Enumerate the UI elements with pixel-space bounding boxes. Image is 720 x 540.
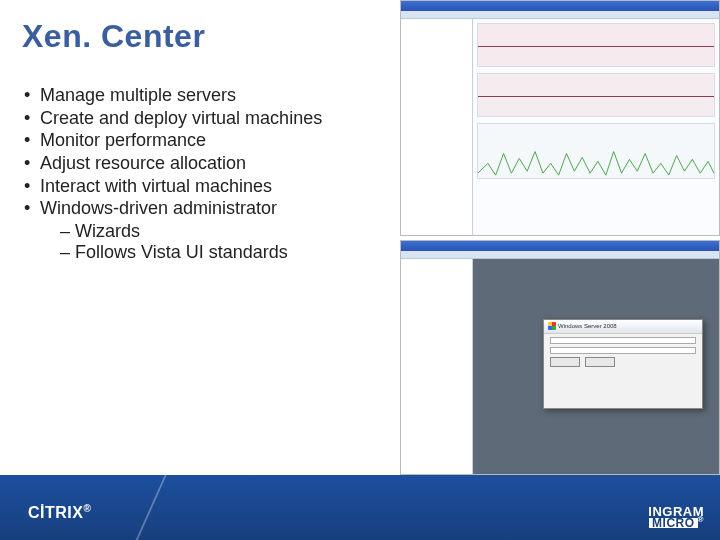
window-titlebar [401,241,719,251]
network-chart [477,123,715,179]
bullet-item: Manage multiple servers [22,85,372,106]
ingram-micro-logo: INGRAM MICRO® [648,506,704,528]
tree-sidebar [401,259,473,475]
dialog-body [544,334,702,371]
window-titlebar [401,1,719,11]
screenshot-column: Windows Server 2008 [400,0,720,475]
console-panel: Windows Server 2008 [473,259,719,475]
screenshot-performance [400,0,720,236]
dialog-field [550,347,696,354]
cpu-chart [477,23,715,67]
tree-sidebar [401,19,473,235]
footer-divider [134,473,167,540]
citrix-logo-text: CİTRIX [28,504,83,521]
tree-view [401,259,472,268]
window-toolbar [401,251,719,259]
trademark-icon: ® [698,515,704,524]
charts-panel [473,19,719,235]
ingram-logo-bottom: MICRO [649,518,698,528]
citrix-logo: CİTRIX® [28,503,91,522]
windows-flag-icon [548,322,556,330]
bullet-item: Windows-driven administrator [22,198,372,219]
sub-bullet-item: Wizards [60,221,372,242]
memory-chart [477,73,715,117]
window-toolbar [401,11,719,19]
bullet-item: Monitor performance [22,130,372,151]
dialog-title-text: Windows Server 2008 [558,323,617,329]
screenshot-console: Windows Server 2008 [400,240,720,476]
dialog-button [550,357,580,367]
slide: Xen. Center Manage multiple servers Crea… [0,0,720,540]
bullet-item: Interact with virtual machines [22,176,372,197]
footer-bar: CİTRIX® INGRAM MICRO® [0,475,720,540]
trademark-icon: ® [83,503,91,514]
windows-dialog: Windows Server 2008 [543,319,703,409]
dialog-titlebar: Windows Server 2008 [544,320,702,334]
dialog-field [550,337,696,344]
bullet-item: Create and deploy virtual machines [22,108,372,129]
sub-bullet-item: Follows Vista UI standards [60,242,372,263]
bullet-list: Manage multiple servers Create and deplo… [22,85,372,263]
bullet-item: Adjust resource allocation [22,153,372,174]
tree-view [401,19,472,28]
slide-title: Xen. Center [22,18,205,55]
dialog-button [585,357,615,367]
